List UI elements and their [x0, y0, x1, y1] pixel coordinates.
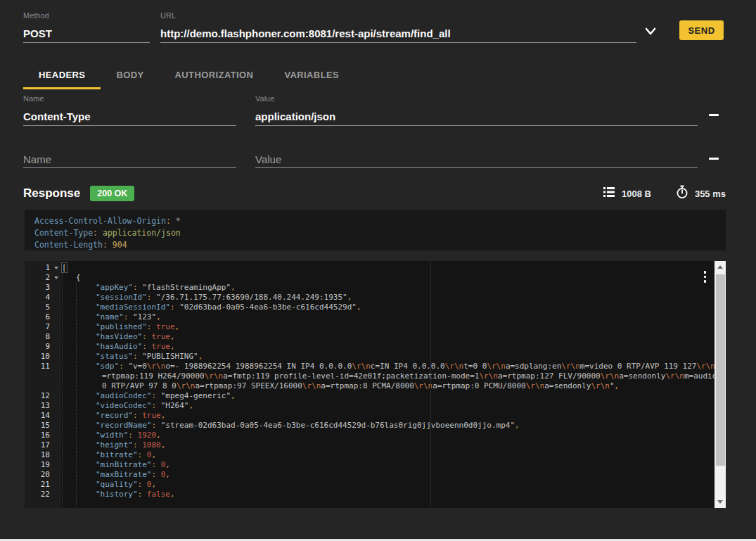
code-token: :	[147, 293, 156, 302]
code-token: "height"	[96, 440, 133, 450]
code-token: \r\n	[147, 362, 166, 371]
fold-arrow-icon[interactable]	[54, 267, 58, 269]
code-token: \r\n	[177, 381, 196, 390]
tab-variables[interactable]: VARIABLES	[269, 63, 354, 89]
header-name-input-empty[interactable]: Name	[23, 153, 236, 168]
code-line-content: "maxBitrate": 0,	[60, 470, 715, 480]
scrollbar-thumb[interactable]	[716, 274, 725, 466]
code-token: :	[133, 411, 142, 420]
code-token: "bitrate"	[96, 450, 138, 459]
code-token: a=sendonly	[544, 381, 591, 390]
code-token: a=rtpmap:8 PCMA/8000	[321, 381, 414, 390]
header-name-input[interactable]: Content-Type	[23, 110, 236, 126]
code-token: true	[151, 342, 170, 351]
tab-authorization[interactable]: AUTHORIZATION	[160, 63, 269, 89]
code-token: ,	[347, 293, 352, 302]
remove-header-button[interactable]	[706, 109, 722, 120]
code-line: 9"hasAudio": true,	[25, 342, 715, 352]
response-bar: Response 200 OK 1008 B	[23, 182, 726, 205]
response-header-name: Content-Length	[34, 240, 103, 250]
response-header-colon: :	[103, 240, 113, 250]
tabs: HEADERSBODYAUTHORIZATIONVARIABLES	[23, 63, 354, 89]
code-lines: 1[2{3"appKey": "flashStreamingApp",4"ses…	[25, 261, 715, 508]
code-token: "quality"	[96, 480, 138, 489]
code-token: true	[142, 411, 161, 420]
code-line: 10"status": "PUBLISHING",	[25, 352, 715, 362]
code-token: \r\n	[445, 362, 464, 371]
code-token: m=video 0 RTP/AVP 119 127	[580, 362, 697, 371]
code-token: "appKey"	[96, 283, 133, 292]
line-number: 14	[25, 411, 60, 421]
code-line: 21"quality": 0,	[25, 480, 715, 490]
remove-header-button[interactable]	[706, 153, 722, 164]
code-token: "sessionId"	[96, 293, 147, 302]
code-token: a=sendonly	[619, 371, 665, 381]
method-input[interactable]: POST	[23, 27, 150, 43]
code-line-content: "published": true,	[60, 322, 715, 332]
editor-scrollbar[interactable]	[715, 261, 726, 508]
response-body-editor[interactable]: 1[2{3"appKey": "flashStreamingApp",4"ses…	[25, 261, 726, 508]
code-token: \r\n	[526, 381, 545, 390]
response-header-colon: :	[93, 228, 103, 238]
code-token: true	[156, 322, 175, 331]
code-line-content: "name": "123",	[60, 312, 715, 322]
line-number: 1	[25, 263, 60, 273]
code-token: "width"	[96, 431, 128, 440]
code-line-content: "appKey": "flashStreamingApp",	[60, 283, 715, 293]
code-line: 11"sdp": "v=0\r\no=- 1988962254 19889622…	[25, 362, 715, 391]
code-line: 12"audioCodec": "mpeg4-generic",	[25, 391, 715, 401]
tab-headers[interactable]: HEADERS	[23, 63, 101, 89]
code-token: a=fmtp:119 profile-level-id=42e01f;packe…	[223, 371, 479, 381]
line-number: 12	[25, 391, 60, 401]
code-token: ,	[357, 303, 361, 312]
code-token: ,	[198, 352, 203, 361]
minus-icon	[709, 158, 719, 160]
code-token: a=sdplang:en	[506, 362, 561, 371]
send-button[interactable]: SEND	[679, 20, 724, 40]
code-line-content: "videoCodec": "H264",	[60, 401, 715, 411]
code-token: 1920	[138, 431, 157, 440]
scroll-up-arrow-icon[interactable]	[717, 265, 723, 269]
editor-menu-button[interactable]	[704, 271, 707, 285]
code-token: "02d63bad-0a05-4ea6-b3be-c616cd44529d"	[179, 303, 357, 312]
code-line-content: "mediaSessionId": "02d63bad-0a05-4ea6-b3…	[60, 303, 715, 312]
code-token: "minBitrate"	[96, 460, 151, 469]
header-value-input-empty[interactable]: Value	[255, 153, 698, 168]
code-line: 14"record": true,	[25, 411, 715, 421]
code-line: 2{	[25, 273, 715, 283]
response-header-line: Content-Type: application/json	[34, 227, 726, 239]
scroll-down-arrow-icon[interactable]	[717, 500, 723, 504]
code-line-content: "history": false,	[60, 490, 715, 499]
code-token: :	[133, 440, 142, 450]
code-token: \r\n	[696, 362, 715, 371]
code-token: :	[128, 431, 137, 440]
code-token: "/36.71.175.77:63690/188.40.244.249:1935…	[156, 293, 347, 302]
method-field[interactable]: Method POST	[23, 11, 150, 43]
code-token: "status"	[96, 352, 133, 361]
code-line-content: [	[60, 263, 681, 273]
code-line: 16"width": 1920,	[25, 431, 715, 440]
url-input[interactable]: http://demo.flashphoner.com:8081/rest-ap…	[160, 27, 636, 43]
code-line: 4"sessionId": "/36.71.175.77:63690/188.4…	[25, 293, 715, 303]
chevron-down-icon[interactable]	[642, 24, 659, 38]
code-line: 13"videoCodec": "H264",	[25, 401, 715, 411]
code-token: \r\n	[302, 381, 321, 390]
code-line: 7"published": true,	[25, 322, 715, 332]
tab-body[interactable]: BODY	[101, 63, 159, 89]
fold-arrow-icon[interactable]	[54, 276, 58, 279]
response-header-line: Access-Control-Allow-Origin: *	[34, 215, 726, 227]
code-line-content: {	[60, 273, 695, 283]
url-field[interactable]: URL http://demo.flashphoner.com:8081/res…	[160, 11, 636, 43]
code-token: "stream-02d63bad-0a05-4ea6-b3be-c616cd44…	[161, 421, 515, 430]
header-value-input[interactable]: application/json	[255, 110, 698, 126]
code-line: 6"name": "123",	[25, 312, 715, 322]
code-token: "	[610, 381, 615, 390]
code-line-content: "hasAudio": true,	[60, 342, 715, 352]
code-token: ,	[188, 401, 193, 410]
code-line: 5"mediaSessionId": "02d63bad-0a05-4ea6-b…	[25, 303, 715, 312]
line-number: 2	[25, 273, 60, 283]
code-line: 15"recordName": "stream-02d63bad-0a05-4e…	[25, 421, 715, 431]
response-size-icon	[602, 185, 616, 202]
response-header-name: Access-Control-Allow-Origin	[34, 216, 166, 226]
code-token: :	[147, 322, 156, 331]
